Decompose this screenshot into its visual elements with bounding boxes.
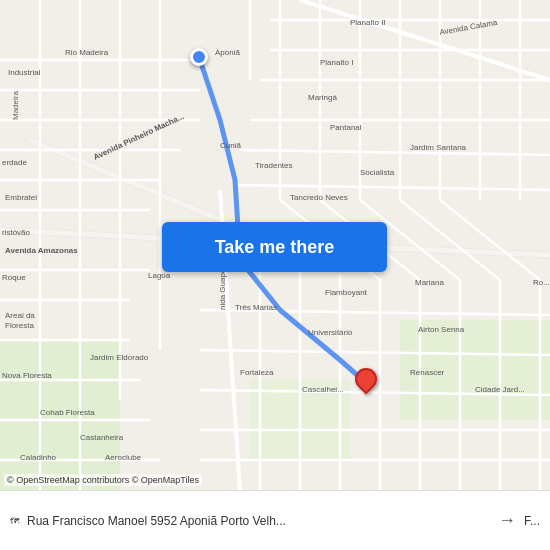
svg-text:Tancredo Neves: Tancredo Neves (290, 193, 348, 202)
map-attribution: © OpenStreetMap contributors © OpenMapTi… (4, 474, 202, 486)
svg-text:Planalto I: Planalto I (320, 58, 353, 67)
svg-text:Nova Floresta: Nova Floresta (2, 371, 52, 380)
svg-text:Airton Senna: Airton Senna (418, 325, 465, 334)
footer-destination: F... (524, 514, 540, 528)
svg-text:ristóvão: ristóvão (2, 228, 31, 237)
svg-text:Jardim Eldorado: Jardim Eldorado (90, 353, 149, 362)
svg-text:Caladinho: Caladinho (20, 453, 57, 462)
svg-text:Pantanal: Pantanal (330, 123, 362, 132)
map-container: Madeira Rio Madeira Aponiã Planalto I Pl… (0, 0, 550, 490)
svg-text:Areal da: Areal da (5, 311, 35, 320)
svg-text:Flamboyant: Flamboyant (325, 288, 368, 297)
svg-text:Industrial: Industrial (8, 68, 41, 77)
footer-logo: 🗺 (10, 516, 19, 526)
svg-text:Jardim Santana: Jardim Santana (410, 143, 467, 152)
svg-text:Roque: Roque (2, 273, 26, 282)
footer-address: Rua Francisco Manoel 5952 Aponiã Porto V… (27, 514, 490, 528)
svg-text:Cuniã: Cuniã (220, 141, 241, 150)
svg-text:Cohab Floresta: Cohab Floresta (40, 408, 95, 417)
svg-text:Tiradentes: Tiradentes (255, 161, 293, 170)
svg-text:Aponiã: Aponiã (215, 48, 240, 57)
svg-text:Madeira: Madeira (11, 91, 20, 120)
svg-text:Embratel: Embratel (5, 193, 37, 202)
svg-text:Cidade Jard...: Cidade Jard... (475, 385, 525, 394)
svg-text:Socialista: Socialista (360, 168, 395, 177)
svg-text:Rio Madeira: Rio Madeira (65, 48, 109, 57)
svg-text:Universitário: Universitário (308, 328, 353, 337)
svg-text:Mariana: Mariana (415, 278, 444, 287)
svg-text:Três Marias: Três Marias (235, 303, 277, 312)
svg-text:Planalto II: Planalto II (350, 18, 386, 27)
svg-text:Aeroclube: Aeroclube (105, 453, 142, 462)
svg-text:Maringá: Maringá (308, 93, 337, 102)
svg-text:Floresta: Floresta (5, 321, 34, 330)
svg-text:Cascalhei...: Cascalhei... (302, 385, 344, 394)
svg-text:erdade: erdade (2, 158, 27, 167)
svg-text:Ro...: Ro... (533, 278, 550, 287)
end-marker (355, 368, 377, 396)
start-marker (190, 48, 208, 66)
svg-text:Avenida Amazonas: Avenida Amazonas (5, 246, 78, 255)
svg-text:Fortaleza: Fortaleza (240, 368, 274, 377)
svg-text:Castanheira: Castanheira (80, 433, 124, 442)
footer-bar: 🗺 Rua Francisco Manoel 5952 Aponiã Porto… (0, 490, 550, 550)
take-me-there-button[interactable]: Take me there (162, 222, 387, 272)
footer-arrow-icon: → (498, 510, 516, 531)
svg-text:Renascer: Renascer (410, 368, 445, 377)
svg-text:Lagoa: Lagoa (148, 271, 171, 280)
